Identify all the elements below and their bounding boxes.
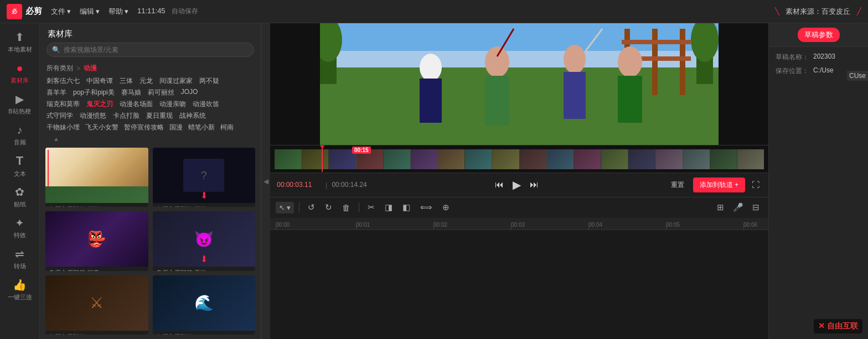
source-info: ╲ 素材来源：百变皮丘 ╱	[775, 7, 861, 17]
skip-next-button[interactable]: ⏭	[528, 178, 541, 192]
tag-item[interactable]: 元龙	[140, 76, 153, 86]
tag-item[interactable]: 动漫亲吻	[159, 100, 186, 109]
preview-area	[270, 23, 768, 145]
undo-button[interactable]: ↺	[304, 200, 318, 215]
tag-item[interactable]: JOJO	[181, 88, 198, 97]
tag-item[interactable]: 两不疑	[199, 76, 219, 86]
sidebar-item-bilibili[interactable]: ▶ B站热梗	[3, 90, 37, 118]
tags-row-4: 式守同学 动漫愤怒 卡点打脸 夏日重现 战神系统	[40, 110, 261, 122]
app-logo: 必 必剪	[7, 4, 42, 19]
tag-item[interactable]: 暂停宣传攻略	[124, 123, 164, 132]
tag-item[interactable]: pop子和pipi美	[73, 88, 115, 97]
svg-rect-17	[564, 72, 586, 119]
search-input[interactable]	[46, 43, 254, 57]
video-thumb-5: ⚔	[45, 275, 148, 331]
tag-item[interactable]: 赛马娘	[121, 88, 141, 97]
ruler-mark-6: 00:06	[743, 222, 757, 228]
sidebar-item-sticker[interactable]: ✿ 贴纸	[3, 182, 37, 211]
tag-item[interactable]: 中国奇谭	[86, 76, 113, 86]
timeline-strip[interactable]: 00:15	[270, 145, 768, 173]
tag-item[interactable]: 柯南	[220, 123, 234, 132]
select-tool-dropdown[interactable]: ↖ ▾	[276, 202, 294, 213]
delete-button[interactable]: 🗑	[339, 201, 354, 215]
sidebar-item-local[interactable]: ⬆ 本地素材	[3, 28, 37, 56]
top-bar: 必 必剪 文件 ▾ 编辑 ▾ 帮助 ▾ 11:11:45 自动保存 ╲ 素材来源…	[0, 0, 868, 23]
video-thumb-3: 👺	[45, 211, 148, 267]
sidebar-item-effects[interactable]: ✦ 特效	[3, 213, 37, 242]
timeline-tracks[interactable]	[270, 230, 768, 340]
video-grid: 鬼灭之刃郭篇-炭治... ? ⬇ 鬼灭之刃郭篇-炭治... 👺 鬼灭之刃郭篇-瑞…	[40, 143, 261, 339]
video-card-3[interactable]: 👺 鬼灭之刃郭篇-瑞竞...	[45, 211, 148, 270]
tag-item[interactable]: 飞天小女警	[85, 123, 118, 132]
download-icon-2[interactable]: ⬇	[200, 190, 208, 201]
tag-item[interactable]: 蜡笔小新	[188, 123, 215, 132]
tag-item[interactable]: 刺客伍六七	[46, 76, 80, 86]
add-track-button[interactable]: 添加到轨道 +	[693, 178, 745, 192]
right-tool-1[interactable]: ⊞	[714, 200, 727, 215]
bilibili-icon: ▶	[16, 92, 24, 106]
tag-item[interactable]: 喜羊羊	[46, 88, 66, 97]
tags-row-5: 干物妹小埋 飞天小女警 暂停宣传攻略 国漫 蜡笔小新 柯南 ▲	[40, 122, 261, 143]
split-right-button[interactable]: ◧	[399, 200, 414, 215]
video-card-1[interactable]: 鬼灭之刃郭篇-炭治...	[45, 148, 148, 207]
redo-button[interactable]: ↻	[322, 200, 335, 215]
tag-item[interactable]: 动漫名场面	[120, 100, 153, 109]
tag-item[interactable]: 干物妹小埋	[46, 123, 80, 132]
timecode-badge: 00:15	[352, 147, 371, 154]
video-card-2[interactable]: ? ⬇ 鬼灭之刃郭篇-炭治...	[153, 148, 256, 207]
right-tool-2[interactable]: ⊟	[749, 200, 763, 215]
decorative-slash-right: ╱	[857, 7, 861, 15]
timeline-strip-inner: 00:15	[275, 149, 764, 169]
tag-item[interactable]: 国漫	[169, 123, 183, 132]
timeline-playhead[interactable]: 00:15	[322, 147, 323, 172]
tag-item[interactable]: 动漫吹笛	[193, 100, 219, 109]
ruler-mark-0: 00:00	[276, 222, 290, 228]
sidebar-item-onekey[interactable]: 👍 一键三连	[3, 275, 37, 304]
video-card-4[interactable]: 😈 ⬇ 鬼灭之刃郭篇-无惨...	[153, 211, 256, 270]
tag-item[interactable]: 莉可丽丝	[148, 88, 174, 97]
sidebar-item-material[interactable]: ● 素材库	[3, 59, 37, 87]
tag-highlight[interactable]: 鬼灭之刃	[86, 100, 113, 109]
tag-item[interactable]: 夏日重现	[146, 111, 173, 121]
watermark: ✕ 自由互联	[814, 319, 862, 333]
sidebar-item-audio[interactable]: ♪ 音频	[3, 121, 37, 149]
tag-item[interactable]: 卡点打脸	[113, 111, 140, 121]
material-panel: 素材库 🔍 所有类别 > 动漫 刺客伍六七 中国奇谭 三体 元龙 间谍过家家 两…	[40, 23, 261, 339]
panel-collapse-btn[interactable]: ◀	[261, 23, 270, 339]
tag-item[interactable]: 战神系统	[179, 111, 206, 121]
sidebar-item-transition[interactable]: ⇌ 转场	[3, 244, 37, 273]
menu-help[interactable]: 帮助 ▾	[108, 7, 128, 17]
draft-params-button[interactable]: 草稿参数	[798, 28, 840, 42]
svg-point-18	[618, 46, 642, 77]
download-icon-4[interactable]: ⬇	[200, 254, 208, 264]
search-bar: 🔍	[46, 43, 254, 57]
mirror-button[interactable]: ⟺	[417, 200, 436, 215]
video-title-5: 鬼灭之刃郭篇...	[45, 331, 148, 335]
skip-prev-button[interactable]: ⏮	[493, 178, 506, 192]
cut-button[interactable]: ✂	[364, 200, 378, 215]
menu-edit[interactable]: 编辑 ▾	[80, 7, 100, 17]
effects-icon: ✦	[15, 216, 24, 230]
menu-file[interactable]: 文件 ▾	[51, 7, 71, 17]
category-active[interactable]: 动漫	[84, 64, 97, 73]
tag-item[interactable]: 间谍过家家	[159, 76, 193, 86]
expand-button[interactable]: ▲	[46, 135, 66, 142]
split-left-button[interactable]: ◨	[381, 200, 396, 215]
play-button[interactable]: ▶	[510, 176, 523, 194]
sidebar-item-text[interactable]: T 文本	[3, 152, 37, 180]
tag-item[interactable]: 三体	[120, 76, 133, 86]
reset-button[interactable]: 重置	[666, 178, 689, 192]
ruler-mark-4: 00:04	[588, 222, 602, 228]
category-all[interactable]: 所有类别	[46, 64, 73, 73]
tag-item[interactable]: 瑞克和莫蒂	[46, 100, 80, 109]
save-path-value: C:/Use	[813, 66, 834, 74]
fullscreen-button[interactable]: ⛶	[750, 178, 762, 191]
video-card-5[interactable]: ⚔ 鬼灭之刃郭篇...	[45, 275, 148, 335]
tag-item[interactable]: 动漫愤怒	[80, 111, 106, 121]
snap-button[interactable]: ⊕	[439, 200, 453, 215]
right-tools: ⊞ 🎤 ⊟	[714, 200, 763, 215]
right-tool-mic[interactable]: 🎤	[730, 200, 747, 215]
logo-icon: 必	[7, 4, 22, 19]
video-card-6[interactable]: 🌊 鬼灭之刃郭篇...	[153, 275, 256, 335]
tag-item[interactable]: 式守同学	[46, 111, 73, 121]
